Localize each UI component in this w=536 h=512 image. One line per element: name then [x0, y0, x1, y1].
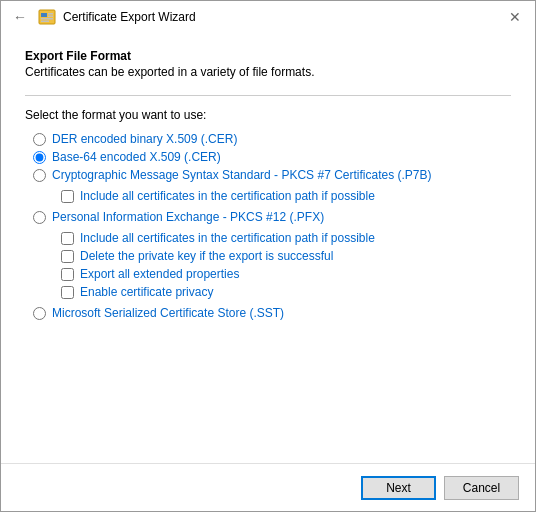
- next-button[interactable]: Next: [361, 476, 436, 500]
- pkcs12-suboptions: Include all certificates in the certific…: [61, 231, 511, 299]
- radio-option-der[interactable]: DER encoded binary X.509 (.CER): [33, 132, 511, 146]
- radio-pkcs12[interactable]: [33, 211, 46, 224]
- svg-rect-2: [48, 13, 53, 15]
- section-title: Export File Format: [25, 49, 511, 63]
- options-list: DER encoded binary X.509 (.CER) Base-64 …: [25, 132, 511, 320]
- radio-option-pkcs7[interactable]: Cryptographic Message Syntax Standard - …: [33, 168, 511, 182]
- checkbox-chk3[interactable]: [61, 250, 74, 263]
- radio-pkcs7[interactable]: [33, 169, 46, 182]
- checkbox-include-certs-pkcs12[interactable]: Include all certificates in the certific…: [61, 231, 511, 245]
- checkbox-label-chk1[interactable]: Include all certificates in the certific…: [80, 189, 375, 203]
- checkbox-delete-private-key[interactable]: Delete the private key if the export is …: [61, 249, 511, 263]
- checkbox-chk1[interactable]: [61, 190, 74, 203]
- radio-label-pkcs12[interactable]: Personal Information Exchange - PKCS #12…: [52, 210, 324, 224]
- close-button[interactable]: ✕: [503, 5, 527, 29]
- wizard-content: Export File Format Certificates can be e…: [1, 33, 535, 463]
- select-label: Select the format you want to use:: [25, 108, 511, 122]
- radio-label-der[interactable]: DER encoded binary X.509 (.CER): [52, 132, 237, 146]
- radio-option-pkcs12[interactable]: Personal Information Exchange - PKCS #12…: [33, 210, 511, 224]
- radio-base64[interactable]: [33, 151, 46, 164]
- title-bar-left: ← Certificate Export Wizard: [9, 7, 503, 27]
- checkbox-label-chk2[interactable]: Include all certificates in the certific…: [80, 231, 375, 245]
- svg-rect-3: [48, 16, 53, 18]
- back-button[interactable]: ←: [9, 7, 31, 27]
- checkbox-chk2[interactable]: [61, 232, 74, 245]
- svg-rect-4: [41, 18, 53, 20]
- checkbox-chk5[interactable]: [61, 286, 74, 299]
- radio-option-sst[interactable]: Microsoft Serialized Certificate Store (…: [33, 306, 511, 320]
- cancel-button[interactable]: Cancel: [444, 476, 519, 500]
- checkbox-label-chk5[interactable]: Enable certificate privacy: [80, 285, 213, 299]
- radio-sst[interactable]: [33, 307, 46, 320]
- checkbox-label-chk3[interactable]: Delete the private key if the export is …: [80, 249, 333, 263]
- window-title: Certificate Export Wizard: [63, 10, 196, 24]
- radio-label-base64[interactable]: Base-64 encoded X.509 (.CER): [52, 150, 221, 164]
- wizard-window: ← Certificate Export Wizard ✕ Export Fil…: [0, 0, 536, 512]
- checkbox-include-certs-pkcs7[interactable]: Include all certificates in the certific…: [61, 189, 511, 203]
- checkbox-enable-privacy[interactable]: Enable certificate privacy: [61, 285, 511, 299]
- checkbox-label-chk4[interactable]: Export all extended properties: [80, 267, 239, 281]
- radio-label-sst[interactable]: Microsoft Serialized Certificate Store (…: [52, 306, 284, 320]
- svg-rect-5: [41, 21, 49, 23]
- title-bar: ← Certificate Export Wizard ✕: [1, 1, 535, 33]
- section-header: Export File Format Certificates can be e…: [25, 49, 511, 79]
- checkbox-chk4[interactable]: [61, 268, 74, 281]
- checkbox-export-extended[interactable]: Export all extended properties: [61, 267, 511, 281]
- radio-label-pkcs7[interactable]: Cryptographic Message Syntax Standard - …: [52, 168, 432, 182]
- section-desc: Certificates can be exported in a variet…: [25, 65, 511, 79]
- wizard-icon: [37, 7, 57, 27]
- svg-rect-1: [41, 13, 47, 17]
- pkcs7-suboptions: Include all certificates in the certific…: [61, 189, 511, 203]
- wizard-footer: Next Cancel: [1, 463, 535, 511]
- divider: [25, 95, 511, 96]
- radio-der[interactable]: [33, 133, 46, 146]
- radio-option-base64[interactable]: Base-64 encoded X.509 (.CER): [33, 150, 511, 164]
